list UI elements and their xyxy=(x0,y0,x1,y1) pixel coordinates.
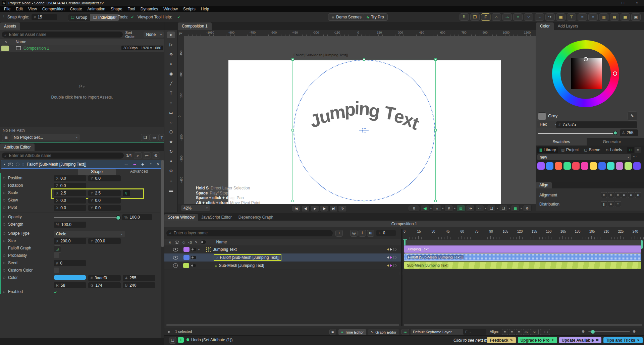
keyframe-circle-icon[interactable] xyxy=(393,264,396,267)
alpha-input[interactable]: A255 xyxy=(620,129,638,136)
group-button[interactable]: ❒ Group xyxy=(68,14,90,21)
menu-create[interactable]: Create xyxy=(67,7,85,11)
folder-icon[interactable]: ❒ xyxy=(141,134,150,141)
camera-tool[interactable]: ◉ xyxy=(167,70,175,77)
lock-icon[interactable]: ⊼ xyxy=(169,240,171,244)
camera-icon[interactable]: ▣ xyxy=(631,13,641,21)
keyframe-layer-icon[interactable]: ≔ xyxy=(401,329,409,335)
step-forward-button[interactable]: |▶ xyxy=(320,205,328,212)
layer-toggle[interactable] xyxy=(191,256,196,259)
color-swatch[interactable] xyxy=(572,162,580,170)
composition-color-swatch[interactable] xyxy=(1,46,9,51)
rows-icon[interactable]: ▤ xyxy=(610,13,619,21)
attr-fields[interactable]: #0 xyxy=(54,260,86,266)
menu-view[interactable]: View xyxy=(25,7,40,11)
scroll-dots-handle[interactable]: ⋮⋮ xyxy=(398,272,404,276)
attr-fields[interactable]: X200.0Y200.0 xyxy=(54,238,121,244)
menu-help[interactable]: Help xyxy=(198,7,212,11)
selection-handle[interactable] xyxy=(291,129,294,131)
attr-fields[interactable]: X0.0Y0.0 xyxy=(54,205,121,211)
panel-splitter[interactable] xyxy=(401,229,402,326)
color-input[interactable]: R58 xyxy=(54,282,86,288)
layer-color-chip[interactable] xyxy=(183,255,190,260)
attr-input[interactable]: Z0.0 xyxy=(54,183,86,189)
opacity-slider[interactable] xyxy=(54,215,120,220)
attr-fields[interactable]: X0.0Y0.0 xyxy=(54,175,121,181)
add-dotted-icon[interactable]: ∷ xyxy=(150,162,152,167)
socket-icon[interactable] xyxy=(3,232,5,235)
eye-icon[interactable] xyxy=(173,256,178,260)
color-swatch[interactable] xyxy=(537,162,545,170)
layer-tools-check-icon[interactable]: ✓ xyxy=(131,14,135,19)
kf-align-center-button[interactable]: ≡ xyxy=(509,329,515,335)
visibility-eye-icon[interactable] xyxy=(8,163,13,166)
hex-input[interactable]: #7a7a7a xyxy=(556,121,637,128)
timeline-ruler[interactable]: 0153045607590105120135150165180195210225… xyxy=(402,229,644,239)
add-attribute-icon[interactable]: ≔ xyxy=(143,152,151,159)
color-swatch[interactable] xyxy=(598,162,606,170)
socket-icon[interactable] xyxy=(3,177,5,179)
attr-fields[interactable] xyxy=(54,268,59,273)
prev-key-icon[interactable] xyxy=(387,264,389,267)
dock-icon[interactable]: ▣ xyxy=(329,329,336,335)
list-view-icon[interactable]: ≡ xyxy=(635,147,641,153)
viewport-canvas-area[interactable]: Falloff [Sub-Mesh [Jumping Text]] Jumpin… xyxy=(184,36,536,204)
link-xy-icon[interactable]: ∞ xyxy=(123,190,130,196)
selection-handle[interactable] xyxy=(363,58,365,61)
shape-type-select[interactable]: Circle▾ xyxy=(54,231,125,237)
viewport-help-check-icon[interactable]: ✓ xyxy=(177,14,181,19)
list-settings-icon[interactable]: ⊞ xyxy=(367,230,374,237)
time-editor-button[interactable]: ≡ Time Editor xyxy=(338,329,367,335)
dropper-column-icon[interactable]: ✎ xyxy=(195,240,198,244)
socket-icon[interactable] xyxy=(3,207,5,209)
more-options-icon[interactable]: ⋯ xyxy=(633,154,637,159)
kf-align-left-button[interactable]: ≡ xyxy=(502,329,508,335)
target-tool[interactable]: ⌖ xyxy=(167,61,175,67)
upgrade-pro-badge[interactable]: Upgrade to Pro✦ xyxy=(518,337,557,343)
next-key-icon[interactable] xyxy=(390,256,392,259)
socket-icon[interactable] xyxy=(3,199,5,202)
attr-input[interactable]: X0.0 xyxy=(54,175,86,181)
keyframe-snap-button[interactable]: ⊣⊢▸ xyxy=(540,329,550,335)
layer-row-1[interactable]: ▾TJumping Text xyxy=(164,245,401,254)
collapse-chevron-icon[interactable]: ▾ xyxy=(4,163,5,166)
close-button[interactable]: ✕ xyxy=(630,0,644,6)
color-swatch[interactable] xyxy=(555,162,562,170)
checkbox[interactable] xyxy=(54,268,59,273)
selection-handle[interactable] xyxy=(434,58,437,61)
expand-arrow-icon[interactable]: ▸ xyxy=(509,207,510,210)
graph-editor-button[interactable]: ∿ Graph Editor xyxy=(368,329,399,335)
go-to-end-button[interactable]: ▶| xyxy=(329,205,338,212)
menu-file[interactable]: File xyxy=(1,7,13,11)
selection-handle[interactable] xyxy=(363,200,365,202)
frame-icon[interactable]: ▭ xyxy=(475,205,484,212)
audio-icon[interactable]: ◀) xyxy=(421,205,429,212)
selection-handle[interactable] xyxy=(291,58,294,61)
distribute-grid-button[interactable]: ∷ xyxy=(615,201,621,207)
attribute-scrollbar[interactable] xyxy=(161,160,164,345)
attr-input[interactable]: X200.0 xyxy=(54,238,86,244)
grid-cells-icon[interactable]: ▦ xyxy=(621,13,630,21)
zoom-select[interactable]: 42%▾ xyxy=(181,205,210,211)
current-color-swatch[interactable] xyxy=(538,112,546,120)
library-tab-project[interactable]: ▤Project xyxy=(559,147,581,153)
enabled-check-icon[interactable]: ✓ xyxy=(54,289,58,295)
duplicate-icon[interactable]: ❐ xyxy=(499,205,508,212)
sv-selector[interactable] xyxy=(584,57,588,61)
layer-toggle[interactable] xyxy=(191,248,196,251)
socket-icon[interactable] xyxy=(3,254,5,257)
grid-dots-icon[interactable]: ⠿ xyxy=(460,13,469,21)
text-tool[interactable]: T xyxy=(167,90,175,97)
socket-icon[interactable] xyxy=(3,291,5,293)
attribute-search-input[interactable]: ⌕ Enter an Attribute name xyxy=(2,153,124,159)
line-tool[interactable]: ╱ xyxy=(167,80,175,87)
tab-attribute-editor[interactable]: Attribute Editor xyxy=(0,143,35,151)
dashed-arrow-icon[interactable]: ⇢ xyxy=(502,13,512,21)
spark-tool[interactable]: ✦ xyxy=(167,158,175,165)
tips-tricks-badge[interactable]: Tips and Tricks➤ xyxy=(603,337,643,343)
color-input[interactable]: G174 xyxy=(88,282,121,288)
render-cube-icon[interactable]: ◇ xyxy=(182,240,185,244)
demo-scenes-button[interactable]: ⠿ Demo Scenes xyxy=(328,13,365,21)
layers-icon[interactable]: ❏ xyxy=(487,205,496,212)
attr-fields[interactable]: #3aaef0A255R58G174B240 xyxy=(54,275,155,288)
